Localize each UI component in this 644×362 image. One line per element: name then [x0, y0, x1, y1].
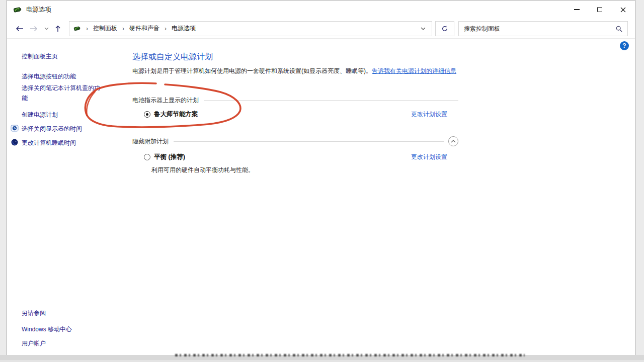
plan-row-balanced: 平衡 (推荐) 更改计划设置 — [132, 153, 458, 161]
plan-name-ludashi[interactable]: 鲁大师节能方案 — [154, 110, 198, 119]
change-plan-settings-link-1[interactable]: 更改计划设置 — [411, 110, 447, 119]
section-label: 电池指示器上显示的计划 — [132, 96, 204, 105]
window-controls — [565, 1, 634, 19]
power-options-window: 电源选项 — [7, 0, 635, 355]
minimize-icon — [574, 9, 580, 10]
sidebar-item-label: 选择关闭显示器的时间 — [22, 125, 82, 132]
display-clock-icon — [11, 124, 19, 132]
desktop-background: 电源选项 — [0, 0, 644, 362]
sidebar-item-control-panel-home[interactable]: 控制面板主页 — [22, 51, 104, 61]
search-box — [458, 21, 628, 36]
see-also-mobility-center[interactable]: Windows 移动中心 — [22, 324, 112, 334]
question-mark-icon: ? — [622, 42, 626, 49]
refresh-button[interactable] — [435, 21, 454, 36]
radio-balanced-plan[interactable] — [144, 154, 150, 160]
forward-button[interactable] — [27, 24, 41, 34]
additional-plans-section-header: 隐藏附加计划 — [132, 136, 458, 146]
collapse-section-button[interactable] — [448, 136, 458, 146]
back-button[interactable] — [12, 24, 27, 34]
breadcrumb-power-options[interactable]: 电源选项 — [170, 24, 198, 33]
up-button[interactable] — [52, 23, 64, 34]
sidebar-item-display-off-time[interactable]: 选择关闭显示器的时间 — [22, 124, 104, 134]
section-divider — [204, 100, 458, 101]
breadcrumb-separator: › — [119, 25, 127, 32]
sidebar-item-create-plan[interactable]: 创建电源计划 — [22, 110, 104, 120]
address-location-icon — [73, 25, 81, 32]
power-plan-info-link[interactable]: 告诉我有关电源计划的详细信息 — [372, 67, 456, 74]
arrow-up-icon — [55, 25, 61, 32]
close-button[interactable] — [611, 1, 634, 19]
address-dropdown-button[interactable] — [419, 26, 428, 31]
arrow-right-icon — [30, 26, 38, 32]
background-window-strip — [0, 360, 644, 362]
refresh-icon — [441, 25, 448, 32]
breadcrumb-separator: › — [162, 25, 170, 32]
sidebar-item-lid-close[interactable]: 选择关闭笔记本计算机盖的功能 — [22, 83, 104, 103]
battery-plans-section-header: 电池指示器上显示的计划 — [132, 96, 458, 105]
section-label: 隐藏附加计划 — [132, 137, 174, 146]
intro-paragraph: 电源计划是用于管理计算机如何使用电源的一套硬件和系统设置(如显示器亮度、睡眠等)… — [132, 66, 459, 76]
minimize-button[interactable] — [565, 1, 588, 19]
see-also-user-accounts[interactable]: 用户帐户 — [22, 338, 112, 348]
sidebar-item-sleep-time[interactable]: 更改计算机睡眠时间 — [22, 138, 104, 148]
radio-ludashi-plan[interactable] — [144, 111, 150, 118]
sleep-moon-icon — [11, 138, 19, 146]
plan-name-balanced[interactable]: 平衡 (推荐) — [154, 153, 185, 161]
search-input[interactable] — [459, 22, 627, 36]
balanced-plan-description: 利用可用的硬件自动平衡功耗与性能。 — [151, 166, 254, 174]
recent-pages-dropdown[interactable] — [41, 25, 52, 32]
window-title: 电源选项 — [26, 6, 51, 14]
navigation-bar: › 控制面板 › 硬件和声音 › 电源选项 — [7, 19, 635, 39]
intro-text: 电源计划是用于管理计算机如何使用电源的一套硬件和系统设置(如显示器亮度、睡眠等)… — [132, 67, 372, 74]
blurred-background-text — [175, 354, 525, 356]
breadcrumb-control-panel[interactable]: 控制面板 — [91, 24, 119, 33]
magnifier-icon — [616, 26, 622, 32]
arrow-left-icon — [15, 26, 24, 32]
maximize-button[interactable] — [588, 1, 611, 19]
sidebar-item-label: 更改计算机睡眠时间 — [22, 139, 76, 146]
page-title: 选择或自定义电源计划 — [132, 52, 213, 62]
address-bar[interactable]: › 控制面板 › 硬件和声音 › 电源选项 — [69, 21, 432, 36]
plan-row-ludashi: 鲁大师节能方案 更改计划设置 — [132, 110, 458, 119]
maximize-icon — [597, 7, 602, 12]
breadcrumb-separator: › — [83, 25, 91, 32]
chevron-down-icon — [421, 27, 426, 30]
titlebar[interactable]: 电源选项 — [7, 1, 635, 19]
sidebar-item-power-buttons[interactable]: 选择电源按钮的功能 — [22, 71, 104, 81]
chevron-down-icon — [44, 27, 49, 30]
chevron-up-icon — [451, 140, 456, 143]
help-button[interactable]: ? — [620, 41, 629, 50]
section-divider — [174, 141, 444, 142]
power-options-app-icon — [13, 6, 22, 14]
close-icon — [620, 7, 626, 13]
breadcrumb-hardware-sound[interactable]: 硬件和声音 — [127, 24, 162, 33]
see-also-header: 另请参阅 — [22, 309, 46, 318]
change-plan-settings-link-2[interactable]: 更改计划设置 — [411, 153, 447, 161]
